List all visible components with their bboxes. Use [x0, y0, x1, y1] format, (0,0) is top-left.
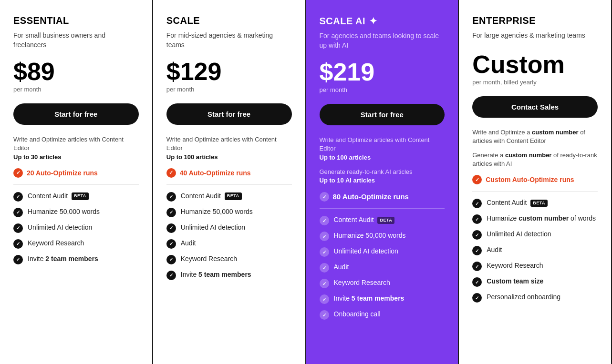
check-icon	[472, 230, 482, 240]
plan-essential-name: ESSENTIAL	[13, 15, 139, 26]
plan-enterprise: ENTERPRISE For large agencies & marketin…	[459, 0, 612, 364]
red-check-icon	[472, 175, 482, 184]
check-icon	[166, 239, 176, 249]
check-icon	[166, 271, 176, 280]
feature-item: Humanize custom number of words	[472, 214, 598, 224]
plan-scale-description: For mid-sized agencies & marketing teams	[166, 31, 292, 50]
scale-ai-start-button[interactable]: Start for free	[320, 104, 445, 125]
plan-scale-ai: SCALE AI ✦ For agencies and teams lookin…	[306, 0, 459, 364]
feature-item: Onboarding call	[320, 310, 445, 320]
essential-auto-optimize: 20 Auto-Optimize runs	[13, 168, 139, 178]
check-icon-white	[320, 279, 329, 288]
check-icon-white	[320, 247, 329, 257]
feature-item: Content Audit BETA	[320, 215, 445, 225]
feature-item: Keyword Research	[13, 239, 139, 249]
enterprise-auto-optimize: Custom Auto-Optimize runs	[472, 175, 598, 184]
check-icon-white	[320, 294, 329, 304]
plan-scale: SCALE For mid-sized agencies & marketing…	[153, 0, 306, 364]
essential-start-button[interactable]: Start for free	[13, 103, 139, 125]
plan-scale-ai-intro1: Write and Optimize articles with Content…	[320, 136, 445, 162]
plan-scale-ai-price: $219	[320, 60, 445, 84]
feature-item: Audit	[320, 263, 445, 273]
red-check-icon	[166, 168, 176, 178]
check-icon	[13, 192, 23, 202]
enterprise-contact-button[interactable]: Contact Sales	[472, 96, 598, 118]
feature-item: Humanize 50,000 words	[166, 207, 292, 217]
feature-item: Keyword Research	[166, 254, 292, 264]
feature-item: Content Audit BETA	[13, 192, 139, 202]
plan-scale-ai-description: For agencies and teams looking to scale …	[320, 31, 445, 50]
check-icon	[166, 223, 176, 233]
pricing-container: ESSENTIAL For small business owners and …	[0, 0, 612, 364]
feature-item: Unlimited AI detection	[472, 230, 598, 240]
feature-item: Humanize 50,000 words	[13, 207, 139, 217]
check-icon-white	[320, 216, 329, 225]
check-icon	[472, 293, 482, 303]
feature-item: Keyword Research	[472, 261, 598, 271]
feature-item: Custom team size	[472, 277, 598, 287]
plan-enterprise-intro2: Generate a custom number of ready-to-ran…	[472, 151, 598, 168]
sparkle-icon: ✦	[369, 15, 378, 27]
feature-item: Invite 2 team members	[13, 254, 139, 264]
plan-enterprise-description: For large agencies & marketing teams	[472, 31, 598, 40]
scale-ai-divider	[320, 208, 445, 209]
plan-enterprise-period: per month, billed yearly	[472, 79, 598, 86]
feature-item: Keyword Research	[320, 278, 445, 288]
feature-item: Audit	[166, 239, 292, 249]
check-icon-white	[320, 232, 329, 241]
plan-scale-period: per month	[166, 86, 292, 93]
plan-essential-price: $89	[13, 59, 139, 84]
check-icon-white	[320, 310, 329, 320]
plan-essential-intro: Write and Optimize articles with Content…	[13, 135, 139, 162]
feature-item: Humanize 50,000 words	[320, 231, 445, 241]
check-icon	[13, 223, 23, 233]
enterprise-divider	[472, 191, 598, 192]
check-icon-white	[320, 192, 329, 202]
feature-item: Invite 5 team members	[166, 270, 292, 280]
check-icon	[472, 277, 482, 287]
plan-scale-ai-intro2: Generate ready-to-rank AI articles Up to…	[320, 168, 445, 185]
plan-scale-ai-period: per month	[320, 86, 445, 93]
enterprise-features: Content Audit BETA Humanize custom numbe…	[472, 198, 598, 303]
check-icon	[13, 239, 23, 249]
check-icon	[166, 208, 176, 217]
check-icon	[472, 246, 482, 255]
scale-start-button[interactable]: Start for free	[166, 103, 292, 125]
plan-enterprise-price: Custom	[472, 50, 598, 79]
check-icon	[472, 199, 482, 208]
check-icon	[472, 214, 482, 224]
check-icon	[472, 262, 482, 271]
red-check-icon	[13, 168, 23, 178]
plan-essential-description: For small business owners and freelancer…	[13, 31, 139, 50]
scale-ai-features: Content Audit BETA Humanize 50,000 words…	[320, 215, 445, 320]
check-icon-white	[320, 263, 329, 273]
scale-ai-auto-optimize: 80 Auto-Optimize runs	[320, 192, 445, 202]
feature-item: Content Audit BETA	[166, 192, 292, 202]
feature-item: Unlimited AI detection	[166, 223, 292, 233]
check-icon	[13, 208, 23, 217]
feature-item: Audit	[472, 245, 598, 255]
plan-essential: ESSENTIAL For small business owners and …	[0, 0, 153, 364]
feature-item: Invite 5 team members	[320, 294, 445, 304]
check-icon	[13, 255, 23, 264]
plan-scale-name: SCALE	[166, 15, 292, 26]
plan-enterprise-intro1: Write and Optimize a custom number of ar…	[472, 128, 598, 145]
feature-item: Unlimited AI detection	[13, 223, 139, 233]
plan-scale-price: $129	[166, 59, 292, 84]
scale-divider	[166, 184, 292, 185]
scale-auto-optimize: 40 Auto-Optimize runs	[166, 168, 292, 178]
plan-enterprise-name: ENTERPRISE	[472, 15, 598, 26]
feature-item: Unlimited AI detection	[320, 247, 445, 257]
scale-features: Content Audit BETA Humanize 50,000 words…	[166, 192, 292, 280]
plan-scale-intro: Write and Optimize articles with Content…	[166, 135, 292, 162]
check-icon	[166, 192, 176, 202]
feature-item: Personalized onboarding	[472, 293, 598, 303]
check-icon	[166, 255, 176, 264]
plan-essential-period: per month	[13, 86, 139, 93]
feature-item: Content Audit BETA	[472, 198, 598, 208]
plan-scale-ai-name: SCALE AI ✦	[320, 15, 445, 27]
essential-divider	[13, 184, 139, 185]
essential-features: Content Audit BETA Humanize 50,000 words…	[13, 192, 139, 264]
